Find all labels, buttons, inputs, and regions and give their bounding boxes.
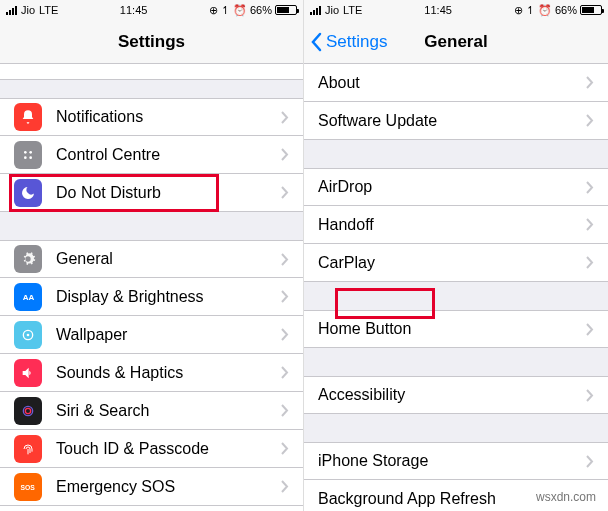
alarm-icon: ⊕ ↿ ⏰: [514, 4, 552, 17]
row-label: Touch ID & Passcode: [56, 440, 281, 458]
chevron-right-icon: [281, 366, 289, 379]
battery-pct: 66%: [250, 4, 272, 16]
dnd-icon: [14, 179, 42, 207]
network-label: LTE: [39, 4, 58, 16]
row-home-button[interactable]: Home Button: [304, 310, 608, 348]
row-sos[interactable]: SOS Emergency SOS: [0, 468, 303, 506]
row-airdrop[interactable]: AirDrop: [304, 168, 608, 206]
svg-text:SOS: SOS: [21, 484, 36, 491]
row-battery[interactable]: Battery: [0, 506, 303, 511]
back-label: Settings: [326, 32, 387, 52]
general-screen: Jio LTE 11:45 ⊕ ↿ ⏰ 66% Settings General…: [304, 0, 608, 511]
carrier-label: Jio: [21, 4, 35, 16]
row-label: Wallpaper: [56, 326, 281, 344]
svg-point-1: [29, 151, 32, 154]
chevron-right-icon: [281, 186, 289, 199]
row-label: Handoff: [318, 216, 586, 234]
chevron-right-icon: [586, 455, 594, 468]
row-software-update[interactable]: Software Update: [304, 102, 608, 140]
row-label: Emergency SOS: [56, 478, 281, 496]
row-display[interactable]: AA Display & Brightness: [0, 278, 303, 316]
settings-list[interactable]: Notifications Control Centre Do Not Dist…: [0, 64, 303, 511]
svg-point-3: [29, 156, 32, 159]
row-label: Accessibility: [318, 386, 586, 404]
wallpaper-icon: [14, 321, 42, 349]
carrier-label: Jio: [325, 4, 339, 16]
row-label: Software Update: [318, 112, 586, 130]
page-title: General: [424, 32, 487, 52]
chevron-right-icon: [281, 111, 289, 124]
row-accessibility[interactable]: Accessibility: [304, 376, 608, 414]
chevron-right-icon: [586, 218, 594, 231]
signal-icon: [6, 6, 17, 15]
row-sounds[interactable]: Sounds & Haptics: [0, 354, 303, 392]
network-label: LTE: [343, 4, 362, 16]
general-list[interactable]: About Software Update AirDrop Handoff Ca…: [304, 64, 608, 511]
chevron-right-icon: [281, 442, 289, 455]
status-bar: Jio LTE 11:45 ⊕ ↿ ⏰ 66%: [0, 0, 303, 20]
battery-pct: 66%: [555, 4, 577, 16]
settings-screen: Jio LTE 11:45 ⊕ ↿ ⏰ 66% Settings Notific…: [0, 0, 304, 511]
row-siri[interactable]: Siri & Search: [0, 392, 303, 430]
row-label: About: [318, 74, 586, 92]
watermark: wsxdn.com: [532, 489, 600, 505]
row-label: General: [56, 250, 281, 268]
row-label: Siri & Search: [56, 402, 281, 420]
row-label: Do Not Disturb: [56, 184, 281, 202]
nav-bar: Settings General: [304, 20, 608, 64]
row-about[interactable]: About: [304, 64, 608, 102]
display-icon: AA: [14, 283, 42, 311]
row-general[interactable]: General: [0, 240, 303, 278]
row-iphone-storage[interactable]: iPhone Storage: [304, 442, 608, 480]
notifications-icon: [14, 103, 42, 131]
svg-point-8: [25, 408, 30, 413]
chevron-right-icon: [586, 114, 594, 127]
status-time: 11:45: [424, 4, 452, 16]
siri-icon: [14, 397, 42, 425]
chevron-right-icon: [586, 389, 594, 402]
row-label: Home Button: [318, 320, 586, 338]
row-label: Display & Brightness: [56, 288, 281, 306]
chevron-right-icon: [281, 148, 289, 161]
signal-icon: [310, 6, 321, 15]
svg-point-0: [24, 151, 27, 154]
chevron-right-icon: [281, 253, 289, 266]
chevron-right-icon: [586, 323, 594, 336]
chevron-right-icon: [586, 76, 594, 89]
row-label: Sounds & Haptics: [56, 364, 281, 382]
battery-icon: [275, 5, 297, 15]
row-notifications[interactable]: Notifications: [0, 98, 303, 136]
row-dnd[interactable]: Do Not Disturb: [0, 174, 303, 212]
gear-icon: [14, 245, 42, 273]
control-centre-icon: [14, 141, 42, 169]
row-label: CarPlay: [318, 254, 586, 272]
chevron-right-icon: [281, 404, 289, 417]
touchid-icon: [14, 435, 42, 463]
status-time: 11:45: [120, 4, 148, 16]
row-label: AirDrop: [318, 178, 586, 196]
status-bar: Jio LTE 11:45 ⊕ ↿ ⏰ 66%: [304, 0, 608, 20]
row-handoff[interactable]: Handoff: [304, 206, 608, 244]
nav-bar: Settings: [0, 20, 303, 64]
svg-point-2: [24, 156, 27, 159]
chevron-right-icon: [281, 290, 289, 303]
row-touchid[interactable]: Touch ID & Passcode: [0, 430, 303, 468]
back-button[interactable]: Settings: [310, 32, 387, 52]
row-label: Control Centre: [56, 146, 281, 164]
sounds-icon: [14, 359, 42, 387]
row-carplay[interactable]: CarPlay: [304, 244, 608, 282]
row-label: iPhone Storage: [318, 452, 586, 470]
row-control-centre[interactable]: Control Centre: [0, 136, 303, 174]
row-wallpaper[interactable]: Wallpaper: [0, 316, 303, 354]
chevron-right-icon: [586, 256, 594, 269]
chevron-right-icon: [281, 328, 289, 341]
svg-text:AA: AA: [23, 293, 35, 302]
row-label: Notifications: [56, 108, 281, 126]
page-title: Settings: [118, 32, 185, 52]
battery-icon: [580, 5, 602, 15]
chevron-right-icon: [281, 480, 289, 493]
alarm-icon: ⊕ ↿ ⏰: [209, 4, 247, 17]
chevron-right-icon: [586, 181, 594, 194]
sos-icon: SOS: [14, 473, 42, 501]
svg-point-6: [27, 333, 30, 336]
